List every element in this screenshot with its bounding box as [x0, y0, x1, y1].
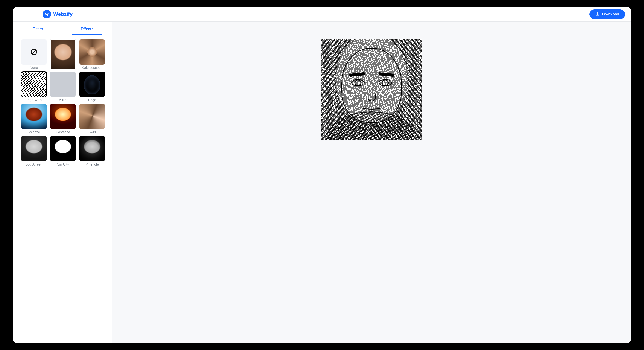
effect-label: Edge [79, 98, 106, 102]
svg-line-1 [32, 50, 36, 54]
tabs: Filters Effects [13, 22, 112, 34]
effect-label: Solarize [20, 130, 47, 134]
logo-icon: W [42, 10, 51, 18]
preview-edge-work [321, 39, 422, 140]
effect-dot-screen[interactable]: Dot Screen [20, 136, 47, 166]
preview-area [112, 22, 631, 343]
sidebar: Filters Effects None Ph [13, 22, 112, 343]
download-button[interactable]: Download [590, 10, 625, 19]
effect-photo-spread[interactable]: Photo Spread [50, 39, 76, 70]
app-window: W Webzify Download Filters Effects [13, 7, 631, 343]
download-icon [596, 12, 600, 16]
none-icon [21, 39, 46, 65]
effect-none[interactable]: None [20, 39, 47, 70]
effect-label: None [20, 66, 47, 70]
topbar: W Webzify Download [13, 7, 631, 22]
effect-thumb [80, 136, 105, 161]
effect-label: Dot Screen [20, 162, 47, 166]
effect-posterize[interactable]: Posterize [50, 104, 76, 134]
effect-swirl[interactable]: Swirl [79, 104, 106, 134]
preview-image[interactable] [321, 39, 422, 140]
effect-thumb [21, 136, 46, 161]
effect-label: Mirror [50, 98, 76, 102]
effect-thumb [80, 72, 105, 97]
brand-name: Webzify [53, 11, 72, 17]
effect-thumb [80, 39, 105, 65]
effect-thumb [50, 72, 76, 97]
effect-thumb [50, 39, 76, 70]
effect-label: Kaleidoscope [79, 66, 106, 70]
effect-thumb [80, 104, 105, 129]
brand[interactable]: W Webzify [42, 10, 72, 18]
content: Filters Effects None Ph [13, 22, 631, 343]
effect-kaleidoscope[interactable]: Kaleidoscope [79, 39, 106, 70]
effect-label: Sin City [50, 162, 76, 166]
effect-sin-city[interactable]: Sin City [50, 136, 76, 166]
effect-edge[interactable]: Edge [79, 72, 106, 102]
effect-thumb [21, 72, 46, 97]
effect-label: Swirl [79, 130, 106, 134]
effects-grid: None Photo Spread Kaleidoscope Edge Work [20, 39, 106, 166]
effect-label: Pinehole [79, 162, 106, 166]
effect-label: Edge Work [20, 98, 47, 102]
effects-panel[interactable]: None Photo Spread Kaleidoscope Edge Work [13, 34, 112, 343]
effect-pinehole[interactable]: Pinehole [79, 136, 106, 166]
effect-thumb [50, 104, 76, 129]
effect-thumb [21, 104, 46, 129]
effect-thumb [50, 136, 76, 161]
tab-filters[interactable]: Filters [22, 24, 52, 34]
effect-solarize[interactable]: Solarize [20, 104, 47, 134]
effect-edge-work[interactable]: Edge Work [20, 72, 47, 102]
tab-effects[interactable]: Effects [72, 24, 102, 34]
effect-label: Posterize [50, 130, 76, 134]
download-label: Download [602, 12, 619, 16]
effect-mirror[interactable]: Mirror [50, 72, 76, 102]
